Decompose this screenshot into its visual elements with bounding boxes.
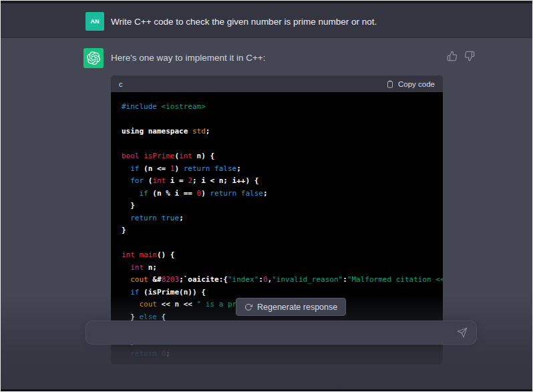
copy-code-button[interactable]: Copy code [386, 80, 435, 88]
code-line: #include <iostream> [122, 101, 432, 114]
code-line: bool isPrime(int n) { [122, 150, 432, 163]
chatgpt-window: AN Write C++ code to check the given num… [0, 0, 533, 392]
code-line: } [122, 224, 432, 237]
code-line: int n; [122, 262, 432, 274]
user-message-row: AN Write C++ code to check the given num… [1, 3, 532, 38]
code-language-label: c [119, 80, 123, 88]
code-line: } [122, 200, 432, 212]
clipboard-icon [386, 80, 394, 88]
copy-code-label: Copy code [398, 80, 435, 88]
code-line: return true; [122, 212, 432, 225]
feedback-buttons [447, 51, 475, 61]
code-line: int main() { [122, 249, 432, 262]
send-button[interactable] [452, 323, 472, 343]
code-line [122, 237, 432, 250]
thumbs-down-icon[interactable] [464, 51, 475, 61]
paper-plane-icon [457, 327, 468, 338]
code-line: cout &#8203;`oaicite:{"index":0,"invalid… [122, 274, 432, 286]
code-block-header: c Copy code [111, 75, 443, 92]
chat-input[interactable] [86, 321, 452, 344]
code-line [122, 114, 432, 126]
code-line: using namespace std; [122, 126, 432, 138]
window-top-edge [1, 1, 532, 3]
regenerate-response-label: Regenerate response [257, 303, 337, 312]
chatgpt-logo-icon [83, 48, 104, 68]
assistant-intro-text: Here's one way to implement it in C++: [111, 53, 265, 63]
thumbs-up-icon[interactable] [447, 51, 458, 61]
window-bottom-edge [1, 389, 532, 391]
regenerate-response-button[interactable]: Regenerate response [236, 298, 346, 316]
code-line: for (int i = 2; i < n; i++) { [122, 175, 432, 188]
code-line: if (n % i == 0) return false; [122, 188, 432, 200]
code-line [122, 138, 432, 151]
user-message-text: Write C++ code to check the given number… [111, 16, 485, 28]
message-composer [85, 321, 477, 345]
user-avatar: AN [85, 12, 104, 31]
code-line: if (n <= 1) return false; [122, 163, 432, 176]
refresh-icon [244, 303, 252, 311]
